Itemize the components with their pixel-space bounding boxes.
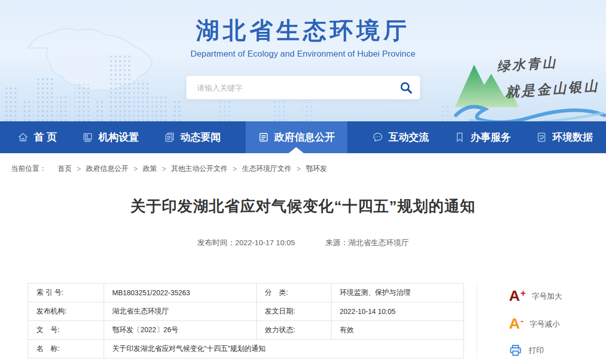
meta-label-issue-date: 发文日期: [257,302,332,321]
main-nav: 首 页 机构设置 动态要闻 政府信息公开 [0,121,606,153]
nav-item-services[interactable]: 办事服务 [454,121,511,153]
print-button[interactable]: 打印 [509,344,544,357]
sidebar-divider [477,283,477,358]
nav-item-label: 办事服务 [471,130,511,144]
breadcrumb-item-policy[interactable]: 政策 [143,164,157,173]
breadcrumb-separator: > [233,165,237,173]
document-meta-table: 索 引 号: MB1803251/2022-35263 分 类: 环境监测、保护… [28,283,464,358]
font-increase-label: 字号加大 [532,292,562,301]
meta-value-validity: 有效 [332,321,464,340]
breadcrumb-item-other-docs[interactable]: 其他主动公开文件 [171,164,228,173]
nav-item-info-disclosure[interactable]: 政府信息公开 [246,121,347,153]
nav-item-home[interactable]: 首 页 [17,121,57,153]
article-title: 关于印发湖北省应对气候变化“十四五”规划的通知 [0,196,606,217]
meta-label-index: 索 引 号: [28,284,104,302]
home-icon [17,131,29,143]
nav-item-organization[interactable]: 机构设置 [82,121,139,153]
nav-item-label: 首 页 [34,130,57,144]
chat-icon [372,131,384,143]
nav-item-label: 政府信息公开 [274,130,335,144]
search-button[interactable] [392,76,420,99]
font-increase-icon: A+ [509,289,525,303]
meta-label-name: 名 称: [28,340,104,358]
print-icon [509,344,522,357]
nav-item-label: 动态要闻 [180,130,221,144]
meta-value-doc-number: 鄂环发〔2022〕26号 [104,321,257,340]
nav-item-env-data[interactable]: 环境数据 [536,121,593,153]
breadcrumb-separator: > [133,165,137,173]
breadcrumb-item-home[interactable]: 首页 [58,164,72,173]
print-label: 打印 [529,346,544,355]
search-icon [399,81,413,95]
table-row: 名 称: 关于印发湖北省应对气候变化“十四五”规划的通知 [28,340,464,358]
breadcrumb-separator: > [162,165,166,173]
table-row: 索 引 号: MB1803251/2022-35263 分 类: 环境监测、保护… [28,284,464,302]
site-title: 湖北省生态环境厅 [0,15,606,47]
meta-value-category: 环境监测、保护与治理 [332,284,464,302]
organization-icon [82,131,94,143]
meta-label-doc-number: 文 号: [28,321,104,340]
breadcrumb: 当前位置： 首页 > 政府信息公开 > 政策 > 其他主动公开文件 > 生态环境… [0,153,606,185]
page: 湖北省生态环境厅 Department of Ecology and Envir… [0,0,606,364]
breadcrumb-separator: > [77,165,81,173]
breadcrumb-item-info-disclosure[interactable]: 政府信息公开 [86,164,128,173]
data-chart-icon [536,131,547,143]
table-row: 发布机构: 湖北省生态环境厅 发文日期: 2022-10-14 10:05 [28,302,464,321]
publish-time: 发布时间：2022-10-17 10:05 [197,238,295,247]
meta-label-publisher: 发布机构: [28,302,104,321]
meta-value-index: MB1803251/2022-35263 [104,284,257,302]
nav-item-label: 互动交流 [389,130,429,144]
article-dateline: 发布时间：2022-10-17 10:05 来源：湖北省生态环境厅 [0,238,606,248]
search-bar [186,75,421,100]
meta-label-validity: 效力状态: [257,321,332,340]
wave-logo [456,107,604,121]
nav-item-label: 机构设置 [99,130,139,144]
site-header: 湖北省生态环境厅 Department of Ecology and Envir… [0,0,606,121]
info-disclosure-icon [258,131,269,143]
table-row: 文 号: 鄂环发〔2022〕26号 效力状态: 有效 [28,321,464,340]
breadcrumb-item-dept-docs[interactable]: 生态环境厅文件 [242,164,292,173]
meta-value-issue-date: 2022-10-14 10:05 [332,302,464,321]
bookmark-icon [454,131,465,143]
meta-label-category: 分 类: [257,284,332,302]
search-input[interactable] [187,83,392,92]
font-decrease-button[interactable]: A- 字号减小 [509,317,560,331]
news-icon [164,131,175,143]
meta-value-name: 关于印发湖北省应对气候变化“十四五”规划的通知 [104,340,464,358]
breadcrumb-separator: > [297,165,301,173]
nav-item-label: 环境数据 [552,130,593,144]
font-increase-button[interactable]: A+ 字号加大 [509,289,562,303]
meta-value-publisher: 湖北省生态环境厅 [104,302,257,321]
article-source: 来源：湖北省生态环境厅 [325,238,409,247]
breadcrumb-prefix: 当前位置： [11,164,46,173]
font-decrease-label: 字号减小 [530,320,560,329]
breadcrumb-item-ehuanfa[interactable]: 鄂环发 [306,164,327,173]
font-decrease-icon: A- [509,317,523,331]
nav-item-news[interactable]: 动态要闻 [164,121,221,153]
nav-item-interaction[interactable]: 互动交流 [372,121,429,153]
